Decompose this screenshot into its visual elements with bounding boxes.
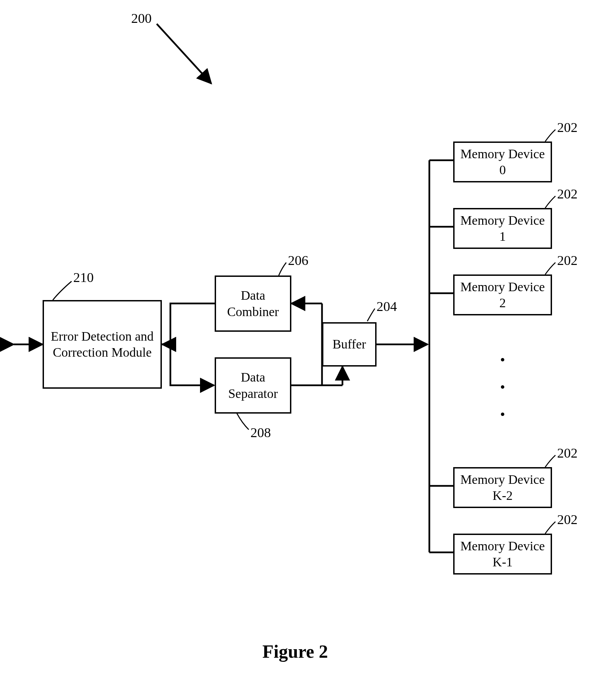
ellipsis-dot xyxy=(501,358,504,361)
block-buffer: Buffer xyxy=(322,322,377,367)
block-memK2-label: Memory Device K-2 xyxy=(458,472,547,504)
block-memK2: Memory Device K-2 xyxy=(453,467,552,508)
figure-caption: Figure 2 xyxy=(262,641,328,662)
block-combiner: Data Combiner xyxy=(215,276,291,332)
ref-mem1: 202 xyxy=(557,186,577,202)
ref-edc: 210 xyxy=(73,269,94,285)
ref-mem0: 202 xyxy=(557,119,577,135)
block-mem1-label: Memory Device 1 xyxy=(458,213,547,245)
block-mem1: Memory Device 1 xyxy=(453,208,552,249)
block-mem2: Memory Device 2 xyxy=(453,275,552,315)
block-mem0: Memory Device 0 xyxy=(453,141,552,182)
block-mem0-label: Memory Device 0 xyxy=(458,146,547,178)
block-edc: Error Detection and Correction Module xyxy=(43,300,162,389)
ref-memK2: 202 xyxy=(557,445,577,461)
block-separator-label: Data Separator xyxy=(219,369,287,402)
ref-combiner: 206 xyxy=(288,252,308,268)
block-edc-label: Error Detection and Correction Module xyxy=(47,328,157,361)
ellipsis-dot xyxy=(501,412,504,416)
block-memK1-label: Memory Device K-1 xyxy=(458,538,547,570)
svg-line-0 xyxy=(157,24,211,84)
ref-separator: 208 xyxy=(250,424,271,441)
ellipsis-dot xyxy=(501,385,504,389)
block-separator: Data Separator xyxy=(215,357,291,413)
diagram-canvas: 200 Error Detection and Correction Modul… xyxy=(0,0,613,700)
block-buffer-label: Buffer xyxy=(332,336,366,353)
ref-buffer: 204 xyxy=(377,298,397,314)
overall-ref: 200 xyxy=(131,10,152,26)
block-mem2-label: Memory Device 2 xyxy=(458,279,547,311)
block-memK1: Memory Device K-1 xyxy=(453,534,552,574)
ref-memK1: 202 xyxy=(557,511,577,527)
block-combiner-label: Data Combiner xyxy=(219,288,287,320)
ref-mem2: 202 xyxy=(557,252,577,268)
